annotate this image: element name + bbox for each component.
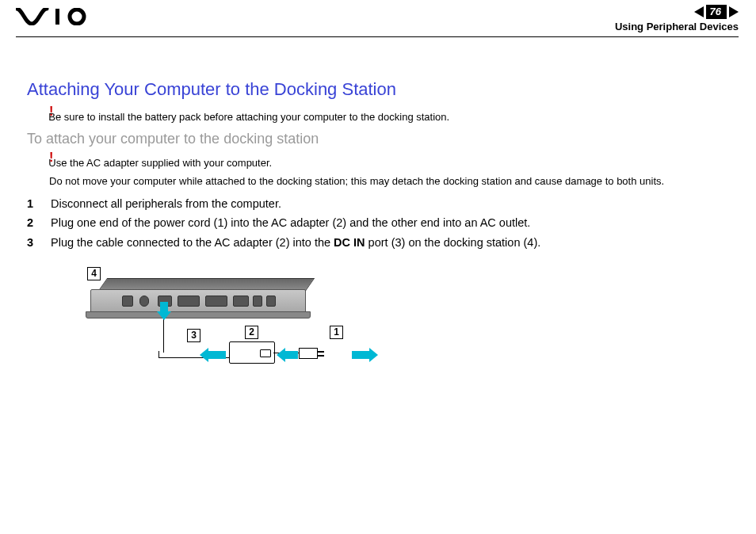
- step-text: Disconnect all peripherals from the comp…: [51, 195, 281, 212]
- warning-1: ! Be sure to install the battery pack be…: [49, 111, 729, 123]
- warning-icon: !: [49, 106, 53, 117]
- warning-icon: !: [49, 152, 53, 163]
- prev-page-button[interactable]: [694, 6, 704, 17]
- callout-4: 4: [87, 267, 101, 280]
- section-title: Using Peripheral Devices: [615, 21, 739, 32]
- callout-1: 1: [330, 326, 343, 339]
- page-number: 76: [706, 5, 727, 19]
- page-content: Attaching Your Computer to the Docking S…: [0, 36, 756, 397]
- next-page-button[interactable]: [729, 6, 739, 17]
- header-rule: [16, 36, 739, 37]
- arrow-icon: [277, 348, 298, 362]
- warning-text: Use the AC adapter supplied with your co…: [48, 157, 272, 169]
- step-number: 3: [27, 234, 51, 251]
- step-text: Plug the cable connected to the AC adapt…: [51, 234, 540, 251]
- page-header: 76 Using Peripheral Devices: [0, 0, 756, 36]
- step-item: 3 Plug the cable connected to the AC ada…: [27, 234, 729, 251]
- callout-2: 2: [245, 326, 258, 339]
- step-number: 1: [27, 195, 51, 212]
- arrow-icon: [157, 302, 171, 320]
- warning-text: Do not move your computer while attached…: [49, 175, 664, 187]
- step-item: 2 Plug one end of the power cord (1) int…: [27, 214, 729, 231]
- step-number: 2: [27, 214, 51, 231]
- ac-adapter-illustration: [229, 341, 275, 364]
- warning-3: Do not move your computer while attached…: [49, 175, 729, 187]
- docking-station-illustration: [98, 278, 304, 322]
- step-item: 1 Disconnect all peripherals from the co…: [27, 195, 729, 212]
- steps-list: 1 Disconnect all peripherals from the co…: [27, 195, 729, 251]
- warning-2: ! Use the AC adapter supplied with your …: [49, 157, 729, 169]
- page-title: Attaching Your Computer to the Docking S…: [27, 79, 729, 100]
- docking-diagram: 4 3 2 1: [74, 262, 407, 397]
- page-subtitle: To attach your computer to the docking s…: [27, 131, 729, 147]
- cable: [163, 316, 164, 353]
- arrow-icon: [352, 348, 378, 362]
- svg-rect-0: [55, 9, 59, 25]
- step-text: Plug one end of the power cord (1) into …: [51, 214, 530, 231]
- svg-point-1: [70, 10, 84, 24]
- callout-3: 3: [187, 329, 200, 342]
- vaio-logo: [16, 8, 89, 29]
- arrow-icon: [200, 348, 226, 362]
- warning-text: Be sure to install the battery pack befo…: [48, 111, 449, 123]
- page-nav: 76: [694, 5, 739, 19]
- power-plug-illustration: [299, 348, 318, 359]
